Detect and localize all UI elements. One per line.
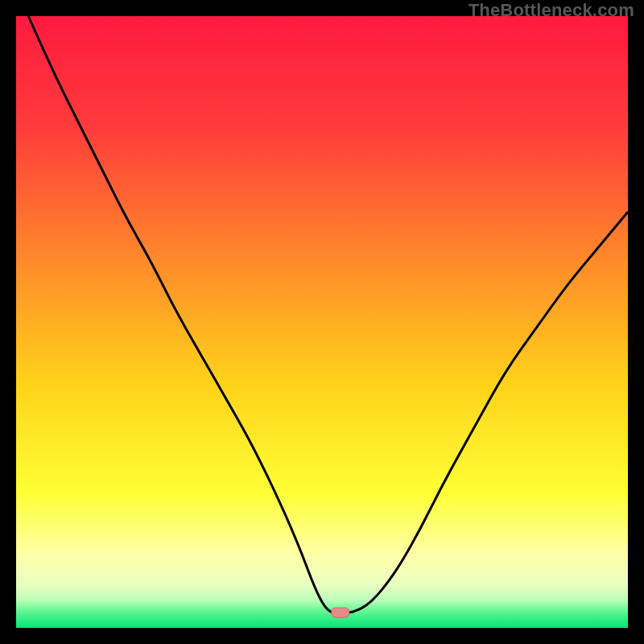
bottleneck-chart (16, 16, 628, 628)
optimal-marker (332, 608, 349, 617)
chart-frame: TheBottleneck.com (0, 0, 644, 644)
watermark-text: TheBottleneck.com (469, 0, 634, 21)
plot-background (16, 16, 628, 628)
